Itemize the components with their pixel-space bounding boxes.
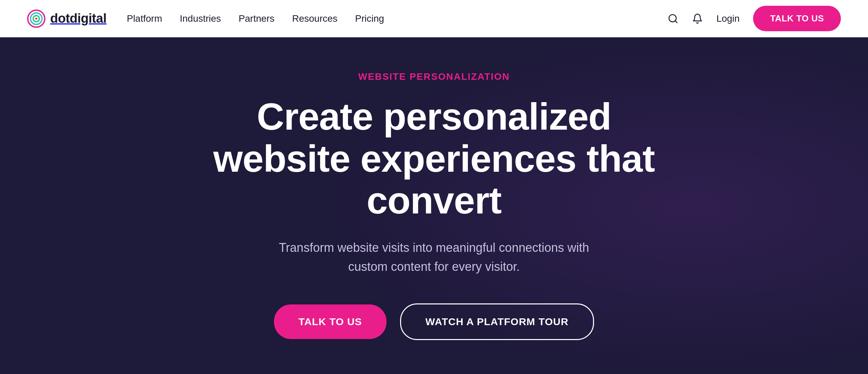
- logo-icon: [27, 10, 45, 28]
- navbar-left: dotdigital Platform Industries Partners …: [27, 10, 384, 28]
- nav-item-platform[interactable]: Platform: [127, 13, 162, 24]
- hero-section: WEBSITE PERSONALIZATION Create personali…: [0, 37, 868, 374]
- nav-item-pricing[interactable]: Pricing: [355, 13, 384, 24]
- nav-link-platform[interactable]: Platform: [127, 13, 162, 24]
- nav-links: Platform Industries Partners Resources P…: [127, 13, 384, 24]
- hero-tour-button[interactable]: WATCH A PLATFORM TOUR: [400, 303, 594, 340]
- hero-subtext: Transform website visits into meaningful…: [264, 238, 604, 276]
- hero-talk-button[interactable]: TALK TO US: [274, 304, 386, 339]
- hero-eyebrow: WEBSITE PERSONALIZATION: [197, 71, 671, 82]
- hero-heading: Create personalized website experiences …: [197, 96, 671, 221]
- nav-cta-button[interactable]: TALK TO US: [753, 6, 841, 31]
- svg-line-5: [675, 21, 677, 23]
- navbar: dotdigital Platform Industries Partners …: [0, 0, 868, 37]
- svg-point-3: [35, 18, 37, 20]
- nav-link-resources[interactable]: Resources: [292, 13, 337, 24]
- logo-text: dotdigital: [50, 11, 106, 26]
- bell-icon: [692, 13, 703, 24]
- notifications-button[interactable]: [692, 13, 703, 24]
- search-button[interactable]: [668, 13, 678, 24]
- nav-link-industries[interactable]: Industries: [180, 13, 221, 24]
- nav-item-partners[interactable]: Partners: [239, 13, 275, 24]
- nav-link-pricing[interactable]: Pricing: [355, 13, 384, 24]
- search-icon: [668, 13, 678, 24]
- navbar-right: Login TALK TO US: [668, 6, 841, 31]
- nav-link-partners[interactable]: Partners: [239, 13, 275, 24]
- login-link[interactable]: Login: [716, 13, 740, 24]
- nav-item-resources[interactable]: Resources: [292, 13, 337, 24]
- logo-link[interactable]: dotdigital: [27, 10, 106, 28]
- nav-item-industries[interactable]: Industries: [180, 13, 221, 24]
- hero-cta-group: TALK TO US WATCH A PLATFORM TOUR: [197, 303, 671, 340]
- hero-content: WEBSITE PERSONALIZATION Create personali…: [197, 71, 671, 340]
